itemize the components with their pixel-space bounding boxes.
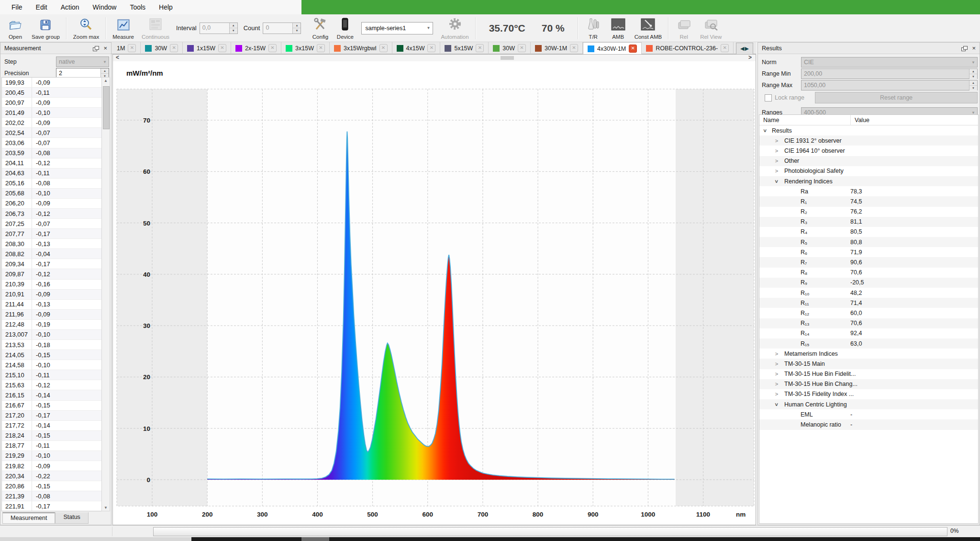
chevron-collapsed-icon[interactable]: > [774,148,780,154]
tab-close-button[interactable]: ✕ [379,44,388,52]
tree-row[interactable]: >TM-30-15 Hue Bin Fidelit... [759,369,978,379]
scroll-up-icon[interactable]: ▲ [102,79,110,83]
tree-row[interactable]: >Human Centric Lighting [759,399,978,409]
tree-row[interactable]: R₁₅63,0 [759,338,978,349]
measurement-row[interactable]: 218,24-0,15 [2,431,102,441]
chevron-collapsed-icon[interactable]: > [774,158,780,164]
tab-scroll-right-icon[interactable]: ▶ [745,45,749,52]
measurement-row[interactable]: 211,96-0,09 [2,310,102,320]
measurement-row[interactable]: 207,25-0,07 [2,219,102,229]
measurement-row[interactable]: 219,82-0,09 [2,461,102,471]
measurement-row[interactable]: 209,34-0,17 [2,259,102,269]
tree-row[interactable]: R₅80,8 [759,237,978,247]
measurement-row[interactable]: 216,15-0,14 [2,390,102,400]
chevron-collapsed-icon[interactable]: > [774,371,780,377]
measurement-row[interactable]: 216,67-0,15 [2,401,102,411]
tree-row[interactable]: EML- [759,409,978,419]
measurement-row[interactable]: 214,58-0,10 [2,360,102,370]
chart-scroll-right-icon[interactable]: > [748,54,752,61]
tree-row[interactable]: R₁₂60,0 [759,308,978,318]
tree-row[interactable]: >Photobiological Safety [759,166,978,176]
measurement-row[interactable]: 210,39-0,16 [2,280,102,290]
chevron-collapsed-icon[interactable]: > [774,168,780,174]
tree-row[interactable]: >CIE 1964 10° observer [759,146,978,156]
measurement-row[interactable]: 199,93-0,09 [2,78,102,88]
measurement-row[interactable]: 213,007-0,10 [2,330,102,340]
measurement-row[interactable]: 221,91-0,17 [2,501,102,511]
menu-file[interactable]: File [5,3,29,11]
tab-close-button[interactable]: ✕ [218,44,226,52]
tree-row[interactable]: R₈70,6 [759,268,978,278]
precision-spin-arrows[interactable]: ▲▼ [100,68,109,78]
tree-row[interactable]: >Results [759,125,978,135]
scrollbar-thumb[interactable] [103,86,110,129]
measurement-row[interactable]: 214,05-0,15 [2,350,102,360]
chevron-collapsed-icon[interactable]: > [774,361,780,367]
document-tab-30w[interactable]: 30W✕ [141,42,183,54]
measurement-row[interactable]: 212,48-0,19 [2,320,102,330]
menu-action[interactable]: Action [54,3,86,11]
amb-button[interactable]: AMB [606,16,631,41]
tree-row[interactable]: >CIE 1931 2° observer [759,135,978,146]
tab-close-button[interactable]: ✕ [128,44,136,52]
document-tab-1m[interactable]: 1M✕ [112,42,141,54]
chevron-expanded-icon[interactable]: > [774,179,780,184]
tree-row[interactable]: >Rendering Indices [759,176,978,186]
measure-button[interactable]: Measure [109,16,138,41]
measurement-row[interactable]: 201,49-0,10 [2,108,102,118]
document-tab-30w-1m[interactable]: 30W-1M✕ [531,42,583,54]
measurement-row[interactable]: 209,87-0,12 [2,269,102,279]
document-tab-3x15wrgbwl[interactable]: 3x15Wrgbwl✕ [330,42,392,54]
measurement-row[interactable]: 217,72-0,14 [2,421,102,431]
tab-close-button[interactable]: ✕ [317,44,325,52]
tree-row[interactable]: >Other [759,156,978,166]
menu-edit[interactable]: Edit [29,3,54,11]
document-tab-4x15w[interactable]: 4x15W✕ [392,42,441,54]
chart-scrollbar-thumb[interactable] [501,56,514,60]
measurement-row[interactable]: 200,97-0,09 [2,98,102,108]
tree-row[interactable]: >TM-30-15 Hue Bin Chang... [759,379,978,389]
tree-row[interactable]: R₃81,1 [759,217,978,227]
measurement-row[interactable]: 207,77-0,17 [2,229,102,239]
zoom-max-button[interactable]: Zoom max [69,16,103,41]
tab-close-button[interactable]: ✕ [518,44,526,52]
chart-horizontal-scrollbar[interactable]: < > [113,55,756,61]
tr-button[interactable]: T/R [581,16,606,41]
tree-row[interactable]: Melanopic ratio- [759,419,978,429]
tree-row[interactable]: R₁₁71,4 [759,298,978,308]
measurement-row[interactable]: 210,91-0,09 [2,290,102,300]
measurement-row[interactable]: 211,44-0,13 [2,300,102,310]
tree-row[interactable]: >Metamerism Indices [759,349,978,359]
tab-close-button[interactable]: ✕ [476,44,484,52]
tab-scroll-buttons[interactable]: ◀▶ [736,43,753,55]
tree-row[interactable]: R₇90,6 [759,257,978,267]
config-button[interactable]: Config [308,16,333,41]
measurement-row[interactable]: 208,30-0,13 [2,239,102,249]
measurement-row[interactable]: 218,77-0,11 [2,441,102,451]
measurement-row[interactable]: 217,20-0,17 [2,411,102,421]
tab-close-button[interactable]: ✕ [629,45,637,53]
measurement-row[interactable]: 205,16-0,08 [2,179,102,189]
chart-scroll-left-icon[interactable]: < [116,54,119,61]
tree-row[interactable]: >TM-30-15 Main [759,359,978,369]
measurement-row[interactable]: 220,34-0,22 [2,471,102,481]
chevron-collapsed-icon[interactable]: > [774,351,780,357]
menu-tools[interactable]: Tools [123,3,152,11]
tree-row[interactable]: R₉-20,5 [759,278,978,288]
document-tab-robe-control-236-[interactable]: ROBE-CONTROL-236-✕ [642,42,734,54]
measurement-row[interactable]: 204,63-0,11 [2,169,102,179]
open-button[interactable]: Open [3,16,28,41]
measurement-table-scrollbar[interactable]: ▲ ▼ [101,77,110,511]
document-tab-30w[interactable]: 30W✕ [489,42,531,54]
measurement-row[interactable]: 220,86-0,15 [2,481,102,491]
tree-row[interactable]: >TM-30-15 Fidelity Index ... [759,389,978,399]
tab-close-button[interactable]: ✕ [427,44,435,52]
document-tab-5x15w[interactable]: 5x15W✕ [440,42,489,54]
close-panel-icon[interactable]: × [972,45,976,51]
measurement-row[interactable]: 221,39-0,08 [2,491,102,501]
measurement-row[interactable]: 204,11-0,12 [2,158,102,169]
chevron-expanded-icon[interactable]: > [774,402,780,407]
tree-row[interactable]: Ra78,3 [759,186,978,196]
measurement-row[interactable]: 206,73-0,12 [2,209,102,219]
chevron-collapsed-icon[interactable]: > [774,381,780,387]
